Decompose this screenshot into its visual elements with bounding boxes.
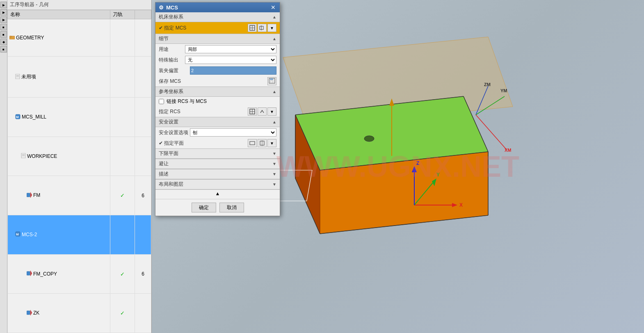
specify-mcs-btn-2[interactable]: [258, 24, 267, 32]
specify-plane-btn-1[interactable]: [248, 139, 257, 147]
table-row[interactable]: WORKPIECE: [8, 137, 151, 176]
section-layout-arrow: ▼: [272, 182, 276, 187]
section-ref-coord-arrow: ▲: [272, 89, 276, 94]
section-details-header[interactable]: 细节 ▲: [155, 34, 280, 44]
table-row[interactable]: FM✓6: [8, 176, 151, 215]
svg-text:YM: YM: [500, 88, 507, 93]
col-toolpath: 刀轨: [110, 10, 135, 19]
dialog-title-left: ⚙ MCS: [159, 5, 178, 11]
operation-navigator: ▶ ▶ ▶ ■ ■ ◆ ■ 工序导航器 - 几何 名称 刀轨: [0, 0, 152, 333]
dialog-buttons: 确定 取消: [155, 199, 280, 216]
nav-header: 工序导航器 - 几何: [7, 0, 151, 10]
specify-rcs-row: 指定 RCS ▼: [155, 106, 280, 117]
icon-bar-item-4[interactable]: ■: [0, 24, 7, 30]
specify-rcs-dropdown[interactable]: ▼: [267, 107, 276, 116]
svg-text:Z: Z: [416, 160, 419, 166]
section-machine-coord-header[interactable]: 机床坐标系 ▲: [155, 12, 280, 22]
svg-marker-17: [30, 310, 32, 315]
svg-rect-56: [270, 78, 273, 80]
section-machine-coord-label: 机床坐标系: [159, 14, 183, 21]
section-description-label: 描述: [159, 171, 169, 178]
table-row[interactable]: MMCS-2: [8, 215, 151, 255]
specify-plane-row: ✔ 指定平面 ▼: [155, 138, 280, 148]
save-mcs-label: 保存 MCS: [159, 78, 188, 85]
left-icon-bar: ▶ ▶ ▶ ■ ■ ◆ ■: [0, 0, 7, 333]
link-rcs-mcs-checkbox[interactable]: [159, 99, 164, 104]
section-description-header[interactable]: 描述 ▼: [155, 169, 280, 179]
svg-rect-57: [270, 81, 273, 83]
specify-mcs-dropdown[interactable]: ▼: [267, 24, 276, 32]
table-row[interactable]: ZK✓: [8, 294, 151, 333]
icon-bar-item-3[interactable]: ▶: [0, 16, 7, 23]
svg-marker-11: [30, 192, 32, 198]
svg-rect-1: [9, 36, 11, 37]
mcs-dialog: ⚙ MCS ✕ 机床坐标系 ▲ ✔ 指定 MCS: [155, 2, 280, 216]
safety-option-select[interactable]: 刨 其他: [190, 128, 276, 137]
svg-rect-16: [27, 311, 30, 315]
dialog-body: 机床坐标系 ▲ ✔ 指定 MCS ▼ 细节 ▲: [155, 12, 280, 216]
usage-label: 用途: [159, 46, 183, 53]
cancel-button[interactable]: 取消: [219, 203, 244, 212]
safety-option-row: 安全设置选项 刨 其他: [155, 127, 280, 138]
scroll-up-row: ▲: [155, 189, 280, 197]
section-machine-coord-arrow: ▲: [272, 15, 276, 19]
section-avoidance-arrow: ▼: [272, 162, 276, 166]
specify-mcs-buttons: ▼: [248, 24, 276, 32]
specify-plane-label: ✔ 指定平面: [159, 140, 188, 147]
fixture-offset-row: 装夹偏置 2: [155, 65, 280, 76]
section-layout-label: 布局和图层: [159, 181, 183, 188]
section-details-arrow: ▲: [272, 36, 276, 41]
section-description-arrow: ▼: [272, 172, 276, 176]
scroll-up-arrow[interactable]: ▲: [215, 191, 220, 196]
fixture-offset-label: 装夹偏置: [159, 67, 188, 74]
specify-plane-dropdown[interactable]: ▼: [267, 139, 276, 147]
usage-row: 用途 局部 全局: [155, 44, 280, 55]
section-safety-arrow: ▲: [272, 120, 276, 124]
save-mcs-button[interactable]: [267, 77, 276, 85]
icon-bar-item-5[interactable]: ■: [0, 31, 7, 38]
col-extra: [135, 10, 151, 19]
svg-rect-7: [21, 153, 25, 158]
viewport: WWW.UGNX.NET: [152, 0, 644, 333]
specify-rcs-btn-2[interactable]: [258, 107, 267, 116]
nav-title: 工序导航器 - 几何: [10, 1, 49, 8]
usage-select[interactable]: 局部 全局: [185, 45, 276, 53]
table-row[interactable]: MMCS_MILL: [8, 98, 151, 137]
specify-plane-btn-2[interactable]: [258, 139, 267, 147]
col-name: 名称: [8, 10, 110, 19]
icon-bar-item-7[interactable]: ■: [0, 46, 7, 52]
svg-point-32: [364, 136, 374, 141]
section-layout-header[interactable]: 布局和图层 ▼: [155, 179, 280, 189]
icon-bar-item-6[interactable]: ◆: [0, 39, 7, 45]
table-row[interactable]: 未用项: [8, 57, 151, 98]
dialog-close-button[interactable]: ✕: [270, 4, 276, 11]
fixture-offset-input[interactable]: 2: [190, 66, 276, 75]
safety-option-label: 安全设置选项: [159, 129, 188, 136]
section-safety-label: 安全设置: [159, 119, 178, 125]
svg-text:Y: Y: [436, 172, 440, 178]
section-lower-plane-arrow: ▼: [272, 151, 276, 156]
svg-text:M: M: [16, 233, 19, 236]
section-lower-plane-label: 下限平面: [159, 150, 178, 157]
gear-icon: ⚙: [159, 5, 164, 11]
section-lower-plane-header[interactable]: 下限平面 ▼: [155, 148, 280, 159]
svg-text:X: X: [459, 202, 463, 208]
svg-text:ZM: ZM: [484, 82, 491, 87]
confirm-button[interactable]: 确定: [192, 203, 216, 212]
table-row[interactable]: FM_COPY✓6: [8, 254, 151, 294]
section-details-label: 细节: [159, 35, 169, 42]
special-output-select[interactable]: 无 其他: [185, 56, 276, 64]
specify-rcs-btn-1[interactable]: [248, 107, 257, 116]
table-row[interactable]: GEOMETRY: [8, 19, 151, 57]
specify-mcs-row: ✔ 指定 MCS ▼: [155, 22, 280, 34]
section-avoidance-label: 避让: [159, 160, 169, 167]
icon-bar-item-1[interactable]: ▶: [0, 2, 7, 8]
specify-mcs-btn-1[interactable]: [248, 24, 257, 32]
section-safety-header[interactable]: 安全设置 ▲: [155, 117, 280, 127]
special-output-label: 特殊输出: [159, 57, 183, 64]
section-ref-coord-header[interactable]: 参考坐标系 ▲: [155, 87, 280, 97]
dialog-titlebar: ⚙ MCS ✕: [155, 2, 280, 12]
section-avoidance-header[interactable]: 避让 ▼: [155, 159, 280, 169]
special-output-row: 特殊输出 无 其他: [155, 55, 280, 65]
icon-bar-item-2[interactable]: ▶: [0, 9, 7, 16]
